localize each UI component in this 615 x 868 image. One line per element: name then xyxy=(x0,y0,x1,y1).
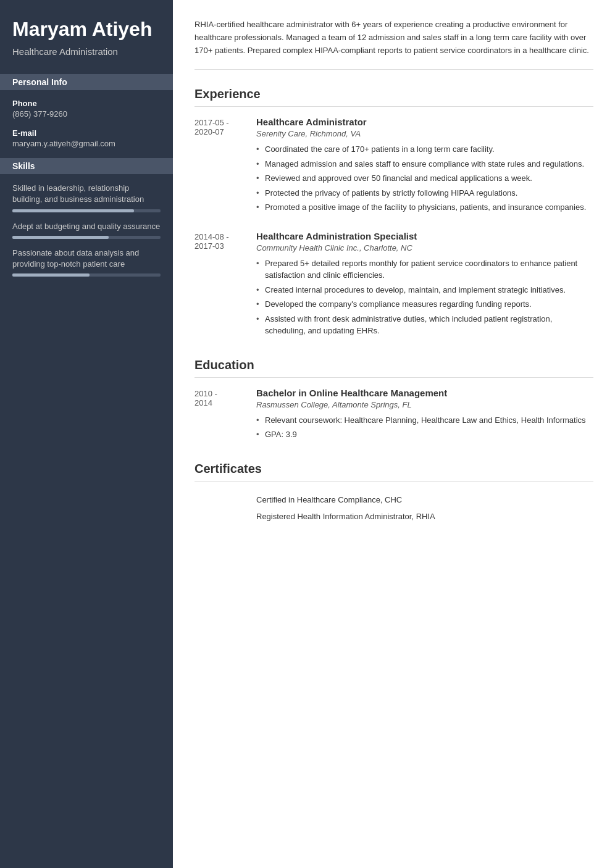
skill-bar-fill xyxy=(12,273,90,277)
bullet-item: Coordinated the care of 170+ patients in… xyxy=(256,143,593,156)
education-list: 2010 -2014 Bachelor in Online Healthcare… xyxy=(195,388,593,443)
summary-text: RHIA-certified healthcare administrator … xyxy=(195,19,593,70)
skill-text: Skilled in leadership, relationship buil… xyxy=(12,183,161,205)
experience-section-title: Experience xyxy=(195,87,593,107)
experience-list: 2017-05 -2020-07 Healthcare Administrato… xyxy=(195,117,593,340)
skills-section-title: Skills xyxy=(0,158,173,174)
certificates-section-title: Certificates xyxy=(195,462,593,482)
certificates-section: Certificates Certified in Healthcare Com… xyxy=(195,462,593,525)
certificate-text: Registered Health Information Administra… xyxy=(256,512,435,521)
phone-value: (865) 377-9260 xyxy=(12,109,161,119)
education-section: Education 2010 -2014 Bachelor in Online … xyxy=(195,358,593,443)
bullet-list: Prepared 5+ detailed reports monthly for… xyxy=(256,257,593,337)
skill-bar-fill xyxy=(12,236,109,239)
certificate-item: Registered Health Information Administra… xyxy=(195,508,593,525)
skills-list: Skilled in leadership, relationship buil… xyxy=(12,183,161,277)
job-title: Healthcare Administrator xyxy=(256,117,593,127)
bullet-item: Reviewed and approved over 50 financial … xyxy=(256,172,593,185)
skill-text: Adept at budgeting and quality assurance xyxy=(12,221,161,232)
candidate-title: Healthcare Administration xyxy=(12,46,161,57)
bullet-item: Assisted with front desk administrative … xyxy=(256,313,593,337)
personal-info-section-title: Personal Info xyxy=(0,74,173,90)
skill-bar-fill xyxy=(12,209,134,212)
certificates-list: Certified in Healthcare Compliance, CHC … xyxy=(195,491,593,525)
entry-body: Bachelor in Online Healthcare Management… xyxy=(256,388,593,443)
bullet-item: Relevant coursework: Healthcare Planning… xyxy=(256,414,593,427)
bullet-item: GPA: 3.9 xyxy=(256,428,593,441)
email-value: maryam.y.atiyeh@gmail.com xyxy=(12,139,161,148)
experience-entry: 2014-08 -2017-03 Healthcare Administrati… xyxy=(195,231,593,340)
skill-bar-background xyxy=(12,236,161,239)
entry-date: 2017-05 -2020-07 xyxy=(195,117,256,216)
resume-container: Maryam Atiyeh Healthcare Administration … xyxy=(0,0,615,868)
entry-body: Healthcare Administrator Serenity Care, … xyxy=(256,117,593,216)
skill-item: Adept at budgeting and quality assurance xyxy=(12,221,161,239)
education-section-title: Education xyxy=(195,358,593,378)
email-label: E-mail xyxy=(12,128,161,138)
bullet-item: Managed admission and sales staff to ens… xyxy=(256,158,593,170)
bullet-item: Protected the privacy of patients by str… xyxy=(256,187,593,199)
entry-date: 2010 -2014 xyxy=(195,388,256,443)
bullet-item: Developed the company's compliance measu… xyxy=(256,298,593,311)
company-name: Community Health Clinic Inc., Charlotte,… xyxy=(256,243,593,252)
job-title: Healthcare Administration Specialist xyxy=(256,231,593,241)
skill-item: Skilled in leadership, relationship buil… xyxy=(12,183,161,212)
candidate-name: Maryam Atiyeh xyxy=(12,19,161,40)
institution-name: Rasmussen College, Altamonte Springs, FL xyxy=(256,400,593,409)
sidebar: Maryam Atiyeh Healthcare Administration … xyxy=(0,0,173,868)
certificate-item: Certified in Healthcare Compliance, CHC xyxy=(195,491,593,508)
entry-body: Healthcare Administration Specialist Com… xyxy=(256,231,593,340)
bullet-list: Relevant coursework: Healthcare Planning… xyxy=(256,414,593,441)
entry-date: 2014-08 -2017-03 xyxy=(195,231,256,340)
skill-bar-background xyxy=(12,273,161,277)
experience-entry: 2017-05 -2020-07 Healthcare Administrato… xyxy=(195,117,593,216)
company-name: Serenity Care, Richmond, VA xyxy=(256,129,593,138)
degree-title: Bachelor in Online Healthcare Management xyxy=(256,388,593,398)
bullet-item: Promoted a positive image of the facilit… xyxy=(256,201,593,214)
skill-text: Passionate about data analysis and provi… xyxy=(12,248,161,270)
education-entry: 2010 -2014 Bachelor in Online Healthcare… xyxy=(195,388,593,443)
phone-label: Phone xyxy=(12,99,161,108)
bullet-item: Created internal procedures to develop, … xyxy=(256,284,593,296)
experience-section: Experience 2017-05 -2020-07 Healthcare A… xyxy=(195,87,593,340)
skill-item: Passionate about data analysis and provi… xyxy=(12,248,161,277)
bullet-item: Prepared 5+ detailed reports monthly for… xyxy=(256,257,593,282)
main-content: RHIA-certified healthcare administrator … xyxy=(173,0,615,868)
skill-bar-background xyxy=(12,209,161,212)
bullet-list: Coordinated the care of 170+ patients in… xyxy=(256,143,593,214)
certificate-text: Certified in Healthcare Compliance, CHC xyxy=(256,495,402,504)
